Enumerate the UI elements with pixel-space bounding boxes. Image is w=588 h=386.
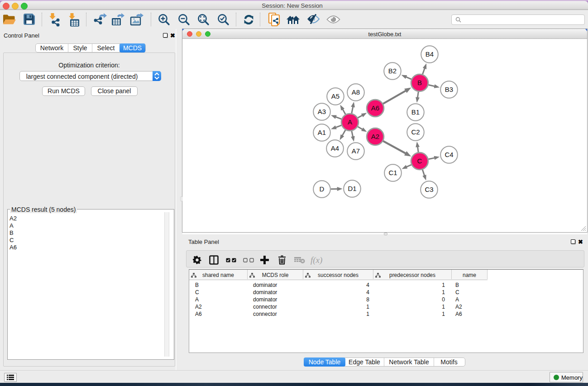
svg-text:A1: A1: [318, 129, 326, 136]
svg-text:C2: C2: [411, 128, 420, 136]
svg-text:B4: B4: [425, 50, 434, 58]
svg-text:B3: B3: [445, 86, 453, 93]
svg-text:D: D: [320, 185, 325, 193]
svg-text:A5: A5: [331, 92, 339, 100]
svg-text:C1: C1: [388, 169, 397, 176]
svg-text:A7: A7: [352, 147, 360, 155]
svg-text:A: A: [348, 118, 352, 126]
svg-text:A8: A8: [352, 88, 360, 96]
svg-text:A4: A4: [331, 144, 339, 152]
svg-text:C4: C4: [445, 151, 453, 158]
svg-text:A2: A2: [371, 133, 379, 140]
svg-text:C3: C3: [425, 186, 433, 193]
svg-text:A3: A3: [318, 108, 326, 115]
svg-text:B1: B1: [411, 108, 420, 116]
svg-text:C: C: [417, 157, 422, 165]
svg-text:B2: B2: [388, 67, 397, 75]
svg-text:D1: D1: [348, 185, 356, 192]
svg-text:A6: A6: [371, 104, 379, 112]
svg-text:B: B: [417, 79, 422, 86]
